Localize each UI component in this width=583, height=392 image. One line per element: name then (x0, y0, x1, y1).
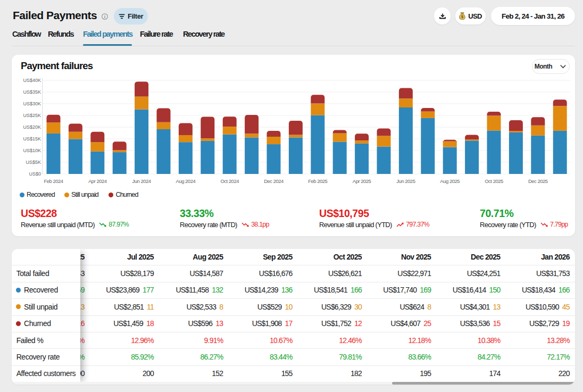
svg-text:Aug 2024: Aug 2024 (176, 178, 196, 184)
svg-text:Jun 2024: Jun 2024 (132, 178, 151, 184)
svg-text:Apr 2024: Apr 2024 (88, 178, 107, 184)
svg-text:US$35K: US$35K (23, 89, 41, 95)
svg-text:Oct 2024: Oct 2024 (220, 178, 239, 184)
svg-text:Feb 2025: Feb 2025 (308, 178, 327, 184)
svg-text:US$20K: US$20K (23, 124, 41, 130)
svg-text:Aug 2025: Aug 2025 (440, 178, 460, 184)
svg-text:US$0: US$0 (29, 171, 41, 177)
svg-text:US$15K: US$15K (23, 136, 41, 141)
svg-text:$: $ (461, 14, 463, 19)
svg-text:US$40K: US$40K (23, 78, 41, 83)
svg-text:Jun 2025: Jun 2025 (396, 178, 415, 184)
svg-text:US$30K: US$30K (23, 101, 41, 106)
svg-text:Apr 2025: Apr 2025 (353, 178, 371, 184)
svg-text:US$5K: US$5K (26, 160, 41, 165)
svg-text:Feb 2024: Feb 2024 (44, 178, 63, 184)
svg-text:US$10K: US$10K (23, 148, 41, 153)
svg-text:US$25K: US$25K (23, 113, 41, 118)
svg-text:Dec 2024: Dec 2024 (264, 178, 284, 184)
svg-text:Oct 2025: Oct 2025 (485, 178, 503, 184)
svg-text:Dec 2025: Dec 2025 (528, 178, 548, 184)
